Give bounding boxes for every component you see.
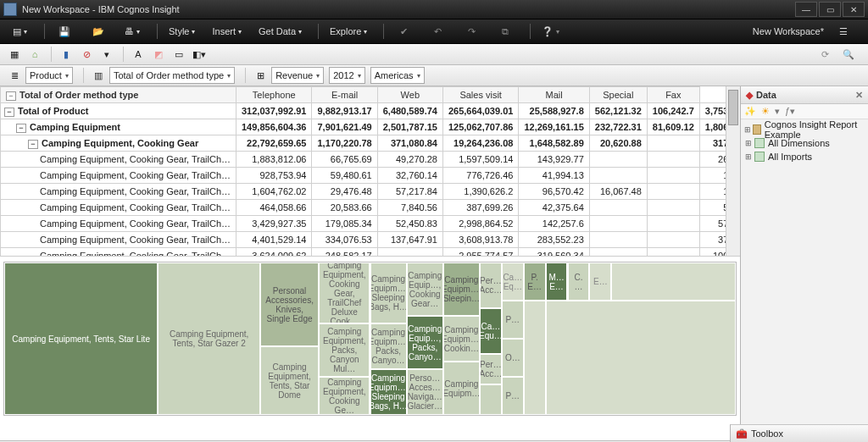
tree-item[interactable]: ⊞All Imports	[743, 150, 866, 163]
cell[interactable]	[589, 168, 647, 184]
cell[interactable]: 66,765.69	[312, 152, 377, 168]
cell[interactable]: 3,608,913.78	[442, 232, 518, 248]
cell[interactable]: 59,480.61	[312, 168, 377, 184]
cell[interactable]: 96,570.42	[519, 184, 589, 200]
table-row[interactable]: Camping Equipment, Cooking Gear, TrailCh…	[1, 216, 741, 232]
cell[interactable]: 20,620.88	[589, 135, 647, 152]
cell[interactable]: 29,476.48	[312, 184, 377, 200]
cell[interactable]: 6,480,589.74	[377, 103, 442, 119]
treemap-tile[interactable]: P. E…	[524, 262, 546, 301]
table-icon[interactable]: ▦	[5, 46, 24, 63]
table-row[interactable]: Camping Equipment, Cooking Gear, TrailCh…	[1, 232, 741, 248]
cell[interactable]: 2,998,864.52	[442, 216, 518, 232]
cell[interactable]: 283,552.23	[519, 232, 589, 248]
rows-icon[interactable]: ≣	[5, 67, 24, 84]
cell[interactable]: 57,217.84	[377, 184, 442, 200]
cell[interactable]: 387,699.26	[442, 200, 518, 216]
border-icon[interactable]: ▭	[170, 46, 188, 63]
expand-icon[interactable]: ⊞	[744, 139, 753, 147]
treemap-tile[interactable]: Camping Equipment, Tents, Star Gazer 2	[158, 262, 260, 415]
treemap-tile[interactable]: Ca… Equ…	[480, 308, 502, 354]
cell[interactable]: 1,648,582.89	[519, 135, 589, 152]
open-button[interactable]: 📂	[84, 22, 113, 41]
cell[interactable]	[589, 200, 647, 216]
cell[interactable]	[647, 168, 699, 184]
insert-menu[interactable]: Insert▾	[206, 22, 248, 41]
treemap-tile[interactable]: Camping Equipment, Cooking Ge…	[319, 377, 370, 415]
cell[interactable]: 928,753.94	[236, 168, 312, 184]
table-row[interactable]: −Camping Equipment149,856,604.367,901,62…	[1, 119, 741, 135]
undo-icon[interactable]: ↶	[423, 22, 452, 41]
cell[interactable]: 106,242.7	[647, 103, 699, 119]
cell[interactable]	[647, 216, 699, 232]
cell[interactable]: 137,647.91	[377, 232, 442, 248]
product-filter[interactable]: Product▾	[25, 67, 73, 84]
column-header[interactable]: Sales visit	[442, 87, 518, 103]
cell[interactable]	[647, 152, 699, 168]
vertical-scrollbar[interactable]	[726, 86, 740, 256]
cell[interactable]: 7,901,621.49	[312, 119, 377, 135]
treemap-tile[interactable]: Camping Equipm…, Cookin…	[443, 316, 480, 362]
refresh-icon[interactable]: ⟳	[815, 46, 834, 63]
options-icon[interactable]: ▾	[775, 106, 780, 117]
treemap-tile[interactable]: Camping Equipment, Tents, Star Lite	[4, 262, 158, 415]
treemap-tile[interactable]: Perso… Acces… Naviga… Glacier…	[407, 369, 443, 415]
cell[interactable]	[589, 232, 647, 248]
cell[interactable]: 32,760.14	[377, 168, 442, 184]
cell[interactable]: 232,722.31	[589, 119, 647, 135]
cell[interactable]: 1,597,509.14	[442, 152, 518, 168]
treemap-tile[interactable]: Camping Equipm…, Sleepin…	[443, 262, 480, 316]
save-button[interactable]: 💾	[50, 22, 79, 41]
column-header[interactable]: Mail	[519, 87, 589, 103]
cell[interactable]	[589, 216, 647, 232]
getdata-menu[interactable]: Get Data▾	[253, 22, 308, 41]
calc-icon[interactable]: ƒ▾	[785, 106, 795, 117]
cell[interactable]: 2,501,787.15	[377, 119, 442, 135]
context-icon[interactable]: ⊞	[251, 67, 270, 84]
cell[interactable]: 52,450.83	[377, 216, 442, 232]
table-row[interactable]: Camping Equipment, Cooking Gear, TrailCh…	[1, 152, 741, 168]
copy-icon[interactable]: ⧉	[491, 22, 520, 41]
cell[interactable]	[647, 248, 699, 257]
chart-icon[interactable]: ▮	[57, 46, 75, 63]
treemap-tile[interactable]: Camping Equipment, Cooking Gear, TrailCh…	[319, 262, 370, 323]
expand-toggle[interactable]: −	[16, 124, 26, 133]
treemap-chart[interactable]: Camping Equipment, Tents, Star LiteCampi…	[3, 262, 737, 416]
cell[interactable]: 2,955,774.57	[442, 248, 518, 257]
search-icon[interactable]: 🔍	[839, 46, 858, 63]
cell[interactable]: 19,264,236.08	[442, 135, 518, 152]
cell[interactable]: 3,429,927.35	[236, 216, 312, 232]
collapse-corner[interactable]: −	[6, 91, 16, 101]
cell[interactable]: 16,067.48	[589, 184, 647, 200]
treemap-tile[interactable]: Ca… Eq…	[502, 262, 524, 301]
minimize-button[interactable]: —	[795, 2, 817, 17]
cell[interactable]	[647, 200, 699, 216]
explore-menu[interactable]: Explore▾	[324, 22, 373, 41]
treemap-tile[interactable]: Per… Acc…	[480, 262, 502, 308]
treemap-tile[interactable]: C. …	[568, 262, 590, 301]
cell[interactable]: 312,037,992.91	[236, 103, 312, 119]
cell[interactable]: 1,390,626.2	[442, 184, 518, 200]
expand-toggle[interactable]: −	[4, 108, 14, 117]
treemap-tile[interactable]: O…	[502, 339, 524, 377]
cell[interactable]	[589, 248, 647, 257]
cell[interactable]: 4,401,529.14	[236, 232, 312, 248]
table-row[interactable]: Camping Equipment, Cooking Gear, TrailCh…	[1, 168, 741, 184]
treemap-tile[interactable]: E…	[589, 262, 611, 301]
treemap-tile[interactable]: Camping Equipm…	[443, 362, 480, 415]
style-menu[interactable]: Style▾	[163, 22, 201, 41]
treemap-tile[interactable]: P…	[502, 301, 524, 339]
cell[interactable]: 7,840.56	[377, 200, 442, 216]
cell[interactable]: 25,588,927.8	[519, 103, 589, 119]
measure-filter[interactable]: Revenue▾	[271, 67, 324, 84]
treemap-tile[interactable]: Camping Equipment, Packs, Canyon Mul…	[319, 323, 370, 377]
cols-icon[interactable]: ▥	[89, 67, 108, 84]
cell[interactable]: 125,062,707.86	[442, 119, 518, 135]
cell[interactable]	[647, 232, 699, 248]
maximize-button[interactable]: ▭	[819, 2, 841, 17]
table-row[interactable]: −Camping Equipment, Cooking Gear22,792,6…	[1, 135, 741, 152]
column-header[interactable]: Special	[589, 87, 647, 103]
expand-icon[interactable]: ⊞	[744, 152, 753, 161]
cell[interactable]: 1,604,762.02	[236, 184, 312, 200]
magic-icon[interactable]: ✨	[744, 106, 756, 117]
